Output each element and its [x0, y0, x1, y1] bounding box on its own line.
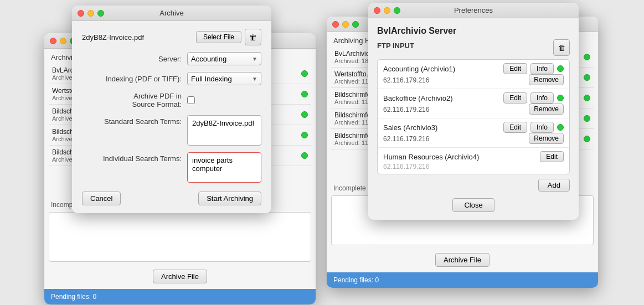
archive-max-light[interactable]: [97, 10, 104, 17]
ftp-section-title: FTP INPUT: [377, 42, 414, 50]
server-item: Sales (Archivio3) Edit Info 62.116.179.2…: [378, 118, 569, 148]
pref-max-light[interactable]: [394, 7, 400, 14]
status-dot: [301, 152, 308, 159]
archive-min-light[interactable]: [87, 10, 94, 17]
archive-dialog-body: 2dyB8Z-Invoice.pdf Select File 🗑 Server:…: [72, 21, 271, 213]
remove-server-button[interactable]: Remove: [529, 74, 564, 85]
indexing-dropdown[interactable]: Full Indexing ▼: [187, 72, 261, 85]
min-traffic-light[interactable]: [60, 38, 66, 44]
server-status-dot: [557, 65, 564, 72]
archive-dialog: Archive 2dyB8Z-Invoice.pdf Select File 🗑…: [72, 6, 271, 213]
status-dot: [301, 111, 308, 118]
left-status-bar: Pending files: 0: [44, 289, 316, 304]
right-archive-file-button[interactable]: Archive File: [435, 253, 490, 267]
cancel-button[interactable]: Cancel: [82, 192, 121, 205]
close-traffic-light[interactable]: [50, 38, 56, 44]
right-max-light[interactable]: [352, 21, 359, 28]
status-dot: [584, 74, 590, 81]
server-label: Server:: [82, 55, 182, 63]
individual-search-label: Individual Search Terms:: [82, 152, 182, 163]
edit-server-button[interactable]: Edit: [503, 122, 527, 133]
start-archiving-button[interactable]: Start Archiving: [198, 192, 261, 205]
info-button[interactable]: Info: [530, 63, 554, 74]
server-status-dot: [557, 95, 564, 101]
server-item: Human Resources (Archivio4) Edit 62.116.…: [378, 148, 569, 174]
incomplete-area: [49, 212, 311, 262]
close-btn-row: Close: [377, 195, 570, 212]
pref-close-light[interactable]: [374, 7, 380, 14]
close-preferences-button[interactable]: Close: [452, 198, 494, 212]
server-name: Backoffice (Archivio2): [383, 94, 500, 102]
server-ip: 62.116.179.216: [383, 135, 429, 143]
edit-server-button[interactable]: Edit: [540, 151, 564, 162]
archive-pdf-row: Archive PDF in Source Format:: [82, 92, 261, 108]
status-dot: [584, 95, 590, 101]
server-item: Accounting (Archivio1) Edit Info 62.116.…: [378, 60, 569, 89]
preferences-title: Preferences: [454, 6, 493, 14]
server-ip: 62.116.179.216: [383, 76, 429, 84]
add-server-button[interactable]: Add: [538, 179, 570, 192]
archive-pdf-label: Archive PDF in Source Format:: [82, 92, 182, 108]
standard-search-label: Standard Search Terms:: [82, 115, 182, 126]
archive-file-btn-row: Archive File: [44, 264, 316, 289]
status-dot: [584, 115, 590, 122]
status-dot: [584, 136, 590, 142]
server-name: Sales (Archivio3): [383, 123, 500, 132]
archive-close-light[interactable]: [78, 10, 84, 17]
server-name: Human Resources (Archivio4): [383, 153, 537, 161]
info-button[interactable]: Info: [530, 122, 554, 133]
file-header-row: 2dyB8Z-Invoice.pdf Select File 🗑: [82, 29, 261, 45]
dropdown-arrow-icon: ▼: [252, 76, 257, 82]
standard-search-input[interactable]: [187, 115, 261, 146]
server-dropdown[interactable]: Accounting ▼: [187, 52, 261, 65]
select-file-button[interactable]: Select File: [196, 31, 241, 43]
server-row: Server: Accounting ▼: [82, 52, 261, 65]
right-archive-file-btn-row: Archive File: [327, 247, 598, 272]
edit-server-button[interactable]: Edit: [503, 63, 527, 74]
remove-server-button[interactable]: Remove: [529, 104, 564, 115]
right-min-light[interactable]: [342, 21, 349, 28]
server-ip: 62.116.179.216: [383, 106, 429, 113]
status-dot: [301, 91, 308, 97]
info-button[interactable]: Info: [530, 92, 554, 104]
archive-pdf-checkbox[interactable]: [187, 96, 195, 104]
preferences-trash-button[interactable]: 🗑: [553, 39, 570, 56]
edit-server-button[interactable]: Edit: [503, 92, 527, 104]
server-status-dot: [557, 124, 564, 131]
preferences-titlebar: Preferences: [368, 3, 579, 18]
server-name: Accounting (Archivio1): [383, 65, 500, 73]
remove-server-button[interactable]: Remove: [529, 133, 564, 144]
server-title: BvlArchivio Server: [377, 26, 570, 36]
standard-search-row: Standard Search Terms:: [82, 115, 261, 146]
individual-search-row: Individual Search Terms:: [82, 152, 261, 183]
preferences-body: BvlArchivio Server FTP INPUT 🗑 Accountin…: [368, 18, 579, 220]
preferences-dialog: Preferences BvlArchivio Server FTP INPUT…: [368, 3, 579, 220]
indexing-label: Indexing (PDF or TIFF):: [82, 75, 182, 83]
server-item: Backoffice (Archivio2) Edit Info 62.116.…: [378, 89, 569, 118]
right-status-bar: Pending files: 0: [327, 272, 598, 288]
archive-dialog-titlebar: Archive: [72, 6, 271, 21]
dialog-btn-row: Cancel Start Archiving: [82, 189, 261, 205]
server-ip: 62.116.179.216: [383, 163, 429, 170]
individual-search-input[interactable]: [187, 152, 261, 183]
status-dot: [301, 132, 308, 138]
trash-button[interactable]: 🗑: [245, 29, 261, 45]
status-dot: [584, 54, 590, 60]
right-close-light[interactable]: [332, 21, 339, 28]
dropdown-arrow-icon: ▼: [252, 56, 257, 62]
indexing-row: Indexing (PDF or TIFF): Full Indexing ▼: [82, 72, 261, 85]
file-name-label: 2dyB8Z-Invoice.pdf: [82, 33, 144, 42]
pref-min-light[interactable]: [384, 7, 390, 14]
archive-file-button[interactable]: Archive File: [153, 270, 207, 283]
archive-dialog-title: Archive: [159, 9, 183, 17]
status-dot: [301, 70, 308, 77]
server-list: Accounting (Archivio1) Edit Info 62.116.…: [377, 59, 570, 174]
